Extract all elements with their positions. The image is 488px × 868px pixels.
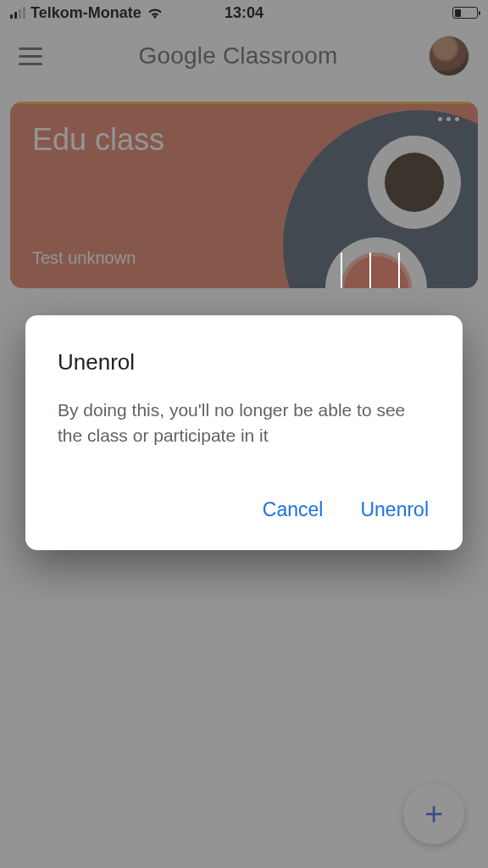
unenrol-dialog: Unenrol By doing this, you'll no longer … [25,315,463,550]
dialog-body: By doing this, you'll no longer be able … [58,398,430,449]
cancel-button[interactable]: Cancel [261,495,325,525]
unenrol-button[interactable]: Unenrol [358,495,430,525]
dialog-actions: Cancel Unenrol [58,495,430,525]
dialog-title: Unenrol [58,349,430,376]
